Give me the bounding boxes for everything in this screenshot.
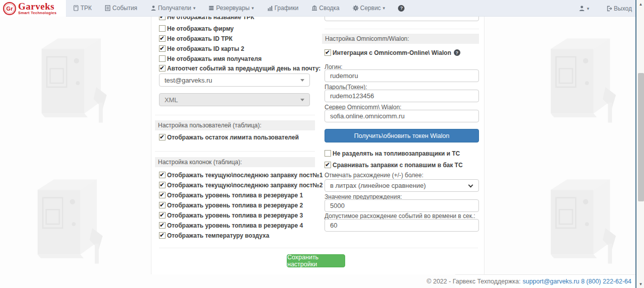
checkbox[interactable] bbox=[159, 35, 166, 42]
nav-item-recipients[interactable]: Получатели ▾ bbox=[150, 5, 196, 12]
help-icon: ? bbox=[398, 5, 405, 12]
scroll-down-icon[interactable]: ▼ bbox=[637, 280, 644, 287]
time-diff-input[interactable]: 60 bbox=[325, 219, 479, 232]
divider bbox=[155, 151, 315, 152]
checkbox[interactable] bbox=[159, 25, 166, 32]
get-token-button[interactable]: Получить\обновить токен Wialon bbox=[325, 129, 479, 142]
scroll-up-icon[interactable]: ▲ bbox=[637, 1, 644, 8]
checkbox-row-user-limit[interactable]: Отображать остаток лимита пользователей bbox=[159, 133, 299, 141]
nav-item-trk[interactable]: ТРК bbox=[73, 5, 92, 12]
format-select[interactable]: XML bbox=[159, 93, 310, 106]
gear-icon bbox=[353, 5, 359, 11]
brand-name: Garveks bbox=[18, 2, 57, 11]
fuel-dispenser-watermark bbox=[25, 28, 111, 136]
checkbox-row-hide-firm[interactable]: Не отображать фирму bbox=[159, 25, 234, 32]
events-list-icon bbox=[105, 5, 111, 11]
pump-icon bbox=[73, 5, 79, 11]
discrepancy-label: Отмечать расхождение (+/-) более: bbox=[325, 172, 424, 179]
checkbox-row-col-post2[interactable]: Отображать текущую\последнюю заправку по… bbox=[159, 181, 323, 189]
checkbox[interactable] bbox=[159, 65, 166, 71]
divider bbox=[155, 115, 315, 115]
checkbox-row-hide-card2[interactable]: Не отображать ID карты 2 bbox=[159, 45, 244, 52]
nav-item-charts[interactable]: Графики bbox=[267, 5, 299, 12]
checkbox[interactable] bbox=[159, 134, 166, 140]
checkbox[interactable] bbox=[159, 202, 166, 208]
checkbox-row-tank4[interactable]: Отображать уровень топлива в резервуаре … bbox=[159, 222, 303, 229]
fuel-dispenser-watermark bbox=[21, 169, 107, 277]
users-section-header: Настройка пользователей (таблица): bbox=[155, 120, 315, 130]
warning-input[interactable]: 5000 bbox=[325, 199, 479, 212]
top-navbar: Gr Garveks Smart Technologies ТРК Событи… bbox=[0, 0, 644, 17]
checkbox-row-autoreport[interactable]: Автоотчет событий за предыдущий день на … bbox=[159, 64, 320, 72]
tanks-icon bbox=[208, 5, 214, 11]
checkbox[interactable] bbox=[159, 232, 166, 239]
chevron-down-icon bbox=[300, 79, 304, 82]
chevron-down-icon: ▾ bbox=[193, 6, 196, 11]
divider bbox=[159, 248, 478, 248]
checkbox-label: Не отображать название ТРК bbox=[167, 17, 254, 21]
help-icon[interactable]: ? bbox=[454, 49, 460, 56]
user-icon bbox=[150, 5, 156, 11]
user-menu-button[interactable]: ▾ bbox=[579, 5, 590, 12]
scrollbar-thumb[interactable] bbox=[638, 73, 644, 201]
checkbox-row-hide-recipient[interactable]: Не отображать имя получателя bbox=[159, 55, 262, 62]
checkbox-row-air-temp[interactable]: Отображать температуру воздуха bbox=[159, 232, 269, 239]
logo[interactable]: Gr Garveks Smart Technologies bbox=[0, 0, 66, 17]
scrollbar[interactable]: ▲ ▼ bbox=[635, 0, 644, 288]
checkbox-row-compare-tank[interactable]: Сравнивать заправки с попавшим в бак ТС bbox=[325, 161, 463, 169]
checkbox[interactable] bbox=[159, 55, 166, 62]
chevron-down-icon bbox=[468, 182, 473, 187]
columns-section-header: Настройка колонок (таблица): bbox=[155, 157, 315, 167]
save-button[interactable]: Сохранить настройки bbox=[287, 254, 345, 267]
checkbox[interactable] bbox=[325, 162, 331, 168]
fuel-dispenser-watermark bbox=[534, 28, 620, 136]
checkbox[interactable] bbox=[159, 192, 166, 198]
checkbox-row-no-split[interactable]: Не разделять на топливозаправщики и ТС bbox=[325, 150, 460, 157]
checkbox-row-tank1[interactable]: Отображать уровень топлива в резервуаре … bbox=[159, 191, 303, 199]
nav-item-service[interactable]: Сервис ▾ bbox=[353, 5, 385, 12]
nav-item-summary[interactable]: Сводка bbox=[311, 5, 340, 12]
nav-item-events[interactable]: События bbox=[105, 5, 137, 12]
brand-tagline: Smart Technologies bbox=[18, 11, 57, 15]
logo-icon: Gr bbox=[3, 2, 16, 15]
chevron-down-icon bbox=[300, 99, 304, 101]
login-input[interactable]: rudemoru bbox=[325, 69, 479, 82]
discrepancy-select[interactable]: в литрах (линейное сравнение) bbox=[325, 179, 479, 192]
checkbox[interactable] bbox=[159, 17, 166, 20]
checkbox[interactable] bbox=[159, 172, 166, 178]
fuel-dispenser-watermark bbox=[534, 169, 620, 277]
copyright-text: © 2022 - Гарвекс Техподдержка: bbox=[427, 278, 521, 285]
checkbox-row-tank3[interactable]: Отображать уровень топлива в резервуаре … bbox=[159, 211, 303, 219]
checkbox[interactable] bbox=[159, 222, 166, 229]
footer: © 2022 - Гарвекс Техподдержка: support@g… bbox=[455, 274, 635, 288]
checkbox-row-col-post1[interactable]: Отображать текущую\последнюю заправку по… bbox=[159, 171, 323, 179]
bank-icon bbox=[311, 5, 317, 11]
divider bbox=[325, 29, 479, 29]
checkbox-row-tank2[interactable]: Отображать уровень топлива в резервуаре … bbox=[159, 201, 303, 209]
checkbox[interactable] bbox=[325, 150, 331, 157]
checkbox-row-integration[interactable]: Интеграция с Omnicomm-Online\ Wialon ? bbox=[325, 49, 460, 56]
omnicomm-section-header: Настройка Omnicomm/Wialon: bbox=[322, 34, 479, 44]
chevron-down-icon: ▾ bbox=[587, 6, 590, 11]
clipped-checkbox-row[interactable]: Не отображать название ТРК bbox=[159, 17, 310, 22]
page: Не отображать название ТРК Не отображать… bbox=[0, 0, 644, 288]
nav-item-tanks[interactable]: Резервуары ▾ bbox=[208, 5, 254, 12]
checkbox-row-hide-id-trk[interactable]: Не отображать ID ТРК bbox=[159, 35, 232, 42]
checkbox[interactable] bbox=[159, 45, 166, 52]
email-select[interactable]: test@garveks.ru bbox=[159, 74, 310, 87]
password-input[interactable]: rudemo123456 bbox=[325, 90, 479, 102]
nav-help-button[interactable]: ? bbox=[398, 5, 405, 12]
logout-button[interactable]: Выход bbox=[606, 5, 632, 12]
time-diff-label: Допустимое расхождение событий во времен… bbox=[325, 212, 475, 220]
bar-chart-icon bbox=[267, 5, 273, 11]
logout-icon bbox=[606, 6, 612, 12]
checkbox[interactable] bbox=[325, 49, 331, 56]
support-link[interactable]: support@garveks.ru 8 (800) 222-62-64 bbox=[523, 278, 631, 285]
server-input[interactable]: sofia.online.omnicomm.ru bbox=[325, 110, 479, 122]
checkbox[interactable] bbox=[159, 212, 166, 219]
user-icon bbox=[579, 5, 585, 12]
chevron-down-icon: ▾ bbox=[383, 6, 385, 11]
checkbox[interactable] bbox=[159, 182, 166, 188]
chevron-down-icon: ▾ bbox=[252, 6, 254, 11]
